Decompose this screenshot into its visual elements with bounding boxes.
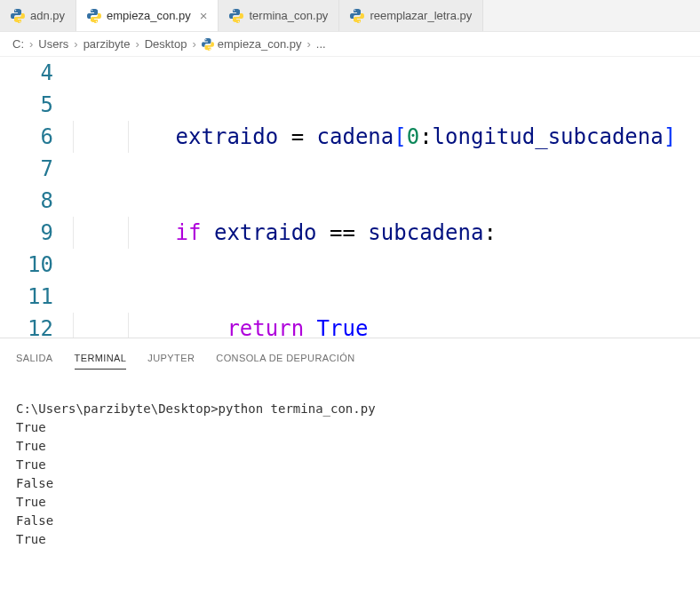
- line-number: 9: [0, 217, 53, 249]
- line-number: 8: [0, 185, 53, 217]
- chevron-right-icon: ›: [306, 37, 310, 51]
- tab-label: termina_con.py: [249, 9, 328, 22]
- line-number: 10: [0, 249, 53, 281]
- tab-label: empieza_con.py: [107, 9, 191, 22]
- panel-tab-terminal[interactable]: TERMINAL: [75, 353, 127, 370]
- code-editor[interactable]: 4 5 6 7 8 9 10 11 12 extraido = cadena[0…: [0, 57, 700, 338]
- breadcrumb[interactable]: C: › Users › parzibyte › Desktop › empie…: [0, 32, 700, 57]
- breadcrumb-part[interactable]: Users: [38, 37, 68, 51]
- chevron-right-icon: ›: [135, 37, 139, 51]
- breadcrumb-part[interactable]: Desktop: [145, 37, 187, 51]
- tab-label: reemplazar_letra.py: [370, 9, 472, 22]
- tab-termina-con[interactable]: termina_con.py: [219, 0, 339, 31]
- panel-tab-output[interactable]: SALIDA: [16, 353, 53, 370]
- line-number: 6: [0, 121, 53, 153]
- code-content[interactable]: extraido = cadena[0:longitud_subcadena] …: [73, 57, 700, 338]
- python-icon: [202, 38, 214, 51]
- tab-reemplazar-letra[interactable]: reemplazar_letra.py: [339, 0, 483, 31]
- python-icon: [87, 9, 101, 23]
- editor-tabs-bar: adn.py empieza_con.py × termina_con.py r…: [0, 0, 700, 32]
- line-number: 7: [0, 153, 53, 185]
- terminal-line: C:\Users\parzibyte\Desktop>python termin…: [16, 400, 684, 418]
- panel-tab-debug-console[interactable]: CONSOLA DE DEPURACIÓN: [216, 353, 354, 370]
- python-icon: [350, 9, 364, 23]
- tab-label: adn.py: [30, 9, 65, 22]
- line-number: 12: [0, 313, 53, 338]
- line-number: 4: [0, 57, 53, 89]
- terminal-line: True: [16, 493, 684, 512]
- close-icon[interactable]: ×: [200, 9, 208, 22]
- chevron-right-icon: ›: [192, 37, 195, 51]
- tab-empieza-con[interactable]: empieza_con.py ×: [76, 0, 219, 31]
- breadcrumb-part[interactable]: parzibyte: [84, 37, 131, 51]
- bottom-panel: SALIDA TERMINAL JUPYTER CONSOLA DE DEPUR…: [0, 338, 700, 556]
- line-number: 11: [0, 281, 53, 313]
- terminal-line: False: [16, 512, 684, 530]
- panel-tabs: SALIDA TERMINAL JUPYTER CONSOLA DE DEPUR…: [16, 346, 684, 378]
- terminal-line: True: [16, 418, 684, 437]
- chevron-right-icon: ›: [74, 37, 77, 51]
- panel-tab-jupyter[interactable]: JUPYTER: [147, 353, 195, 370]
- chevron-right-icon: ›: [29, 37, 33, 51]
- line-number: 5: [0, 89, 53, 121]
- terminal-line: True: [16, 437, 684, 456]
- terminal-line: False: [16, 474, 684, 493]
- breadcrumb-part[interactable]: C:: [12, 37, 24, 51]
- python-icon: [11, 9, 25, 23]
- terminal-line: True: [16, 456, 684, 474]
- tab-adn[interactable]: adn.py: [0, 0, 76, 31]
- line-number-gutter: 4 5 6 7 8 9 10 11 12: [0, 57, 73, 338]
- breadcrumb-part[interactable]: ...: [316, 37, 326, 51]
- terminal-content[interactable]: C:\Users\parzibyte\Desktop>python termin…: [16, 378, 684, 549]
- breadcrumb-part[interactable]: empieza_con.py: [218, 37, 302, 51]
- terminal-line: True: [16, 530, 684, 549]
- python-icon: [229, 9, 243, 23]
